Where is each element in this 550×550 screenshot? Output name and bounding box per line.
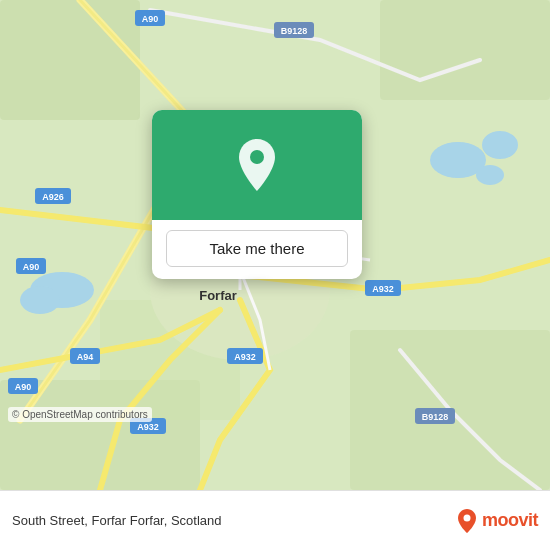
popup-button-area: Take me there (152, 220, 362, 279)
svg-text:A90: A90 (15, 382, 32, 392)
svg-text:A90: A90 (142, 14, 159, 24)
footer-bar: South Street, Forfar Forfar, Scotland mo… (0, 490, 550, 550)
svg-rect-7 (380, 0, 550, 100)
svg-point-34 (463, 514, 470, 521)
moovit-pin-icon (456, 508, 478, 534)
popup-green-area (152, 110, 362, 220)
svg-point-33 (250, 150, 264, 164)
svg-text:A926: A926 (42, 192, 64, 202)
moovit-text: moovit (482, 510, 538, 531)
svg-point-3 (476, 165, 504, 185)
footer-address: South Street, Forfar Forfar, Scotland (12, 513, 446, 528)
svg-point-2 (482, 131, 518, 159)
svg-text:B9128: B9128 (281, 26, 308, 36)
svg-text:A932: A932 (372, 284, 394, 294)
svg-text:A932: A932 (234, 352, 256, 362)
popup-card: Take me there (152, 110, 362, 279)
svg-text:B9128: B9128 (422, 412, 449, 422)
svg-text:Forfar: Forfar (199, 288, 237, 303)
svg-text:A932: A932 (137, 422, 159, 432)
moovit-logo: moovit (456, 508, 538, 534)
take-me-there-button[interactable]: Take me there (166, 230, 348, 267)
svg-point-5 (20, 286, 60, 314)
svg-text:A90: A90 (23, 262, 40, 272)
location-pin-icon (233, 137, 281, 193)
svg-text:A94: A94 (77, 352, 94, 362)
map-container: A90 A90 A90 A926 A94 A932 A932 A932 B912… (0, 0, 550, 490)
svg-rect-6 (0, 0, 140, 120)
osm-credit: © OpenStreetMap contributors (8, 407, 152, 422)
